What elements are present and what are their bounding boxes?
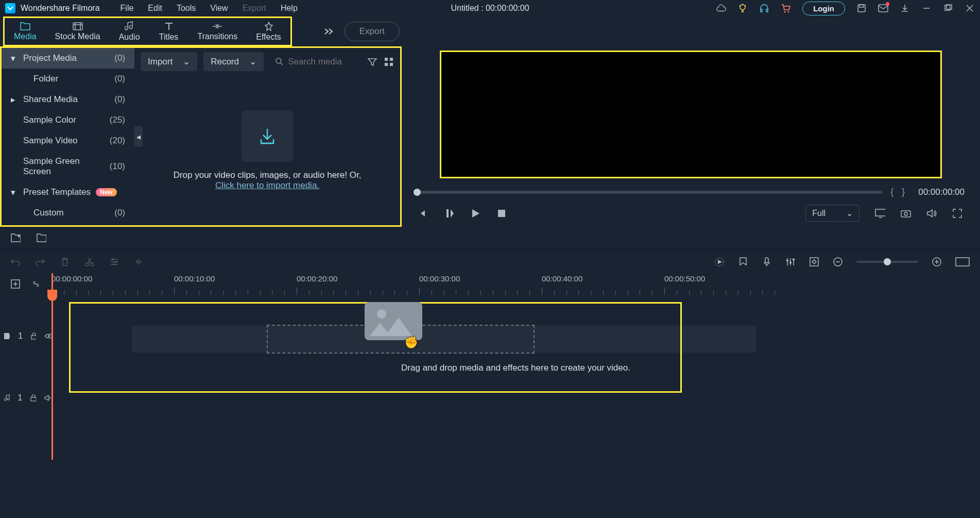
menu-tools[interactable]: Tools bbox=[177, 4, 196, 13]
sidebar-item-label: Preset Templates bbox=[23, 187, 91, 197]
svg-rect-16 bbox=[875, 209, 885, 216]
menu-edit[interactable]: Edit bbox=[148, 4, 162, 13]
mark-out-icon[interactable]: } bbox=[902, 187, 905, 197]
delete-icon[interactable] bbox=[60, 257, 70, 267]
ruler-label: 00:00:30:00 bbox=[419, 274, 460, 283]
zoom-slider[interactable] bbox=[856, 261, 918, 263]
preview-quality-select[interactable]: Full ⌄ bbox=[805, 205, 859, 222]
adjust-icon[interactable] bbox=[109, 257, 119, 267]
play-icon[interactable] bbox=[471, 208, 481, 219]
sidebar-item-shared-media[interactable]: ▸ Shared Media (0) bbox=[2, 89, 134, 110]
close-icon[interactable] bbox=[965, 3, 975, 13]
audio-edit-icon[interactable] bbox=[134, 257, 144, 267]
media-drop-zone[interactable]: Drop your video clips, images, or audio … bbox=[134, 75, 400, 225]
step-back-icon[interactable] bbox=[419, 208, 429, 219]
headset-icon[interactable] bbox=[759, 3, 769, 13]
mark-in-icon[interactable]: { bbox=[890, 187, 893, 197]
folder-icon[interactable] bbox=[36, 233, 46, 243]
timeline-ruler[interactable]: 00:00:00:0000:00:10:0000:00:20:0000:00:3… bbox=[51, 273, 980, 295]
sidebar-item-label: Sample Color bbox=[23, 115, 76, 125]
tab-transitions-label: Transitions bbox=[198, 32, 238, 41]
track-manager-icon[interactable] bbox=[10, 279, 21, 289]
cart-icon[interactable] bbox=[781, 3, 791, 13]
snapshot-icon[interactable] bbox=[901, 208, 911, 219]
preview-scrubber[interactable] bbox=[417, 191, 882, 194]
lock-icon[interactable] bbox=[31, 332, 36, 340]
audio-track-header[interactable]: 1 bbox=[0, 393, 51, 403]
collapse-sidebar-icon[interactable]: ◂ bbox=[134, 126, 143, 147]
render-icon[interactable] bbox=[714, 257, 725, 267]
sidebar-item-custom[interactable]: Custom (0) bbox=[2, 203, 134, 223]
sidebar-item-sample-color[interactable]: Sample Color (25) bbox=[2, 110, 134, 130]
eye-icon[interactable] bbox=[44, 333, 51, 339]
zoom-out-icon[interactable] bbox=[833, 257, 843, 267]
zoom-fit-icon[interactable] bbox=[955, 257, 970, 266]
tab-media-label: Media bbox=[14, 32, 37, 41]
tracks-body[interactable]: ✊ Drag and drop media and effects here t… bbox=[51, 295, 980, 439]
tab-transitions[interactable]: Transitions bbox=[188, 18, 247, 45]
keyframe-icon[interactable] bbox=[809, 257, 819, 267]
link-icon[interactable] bbox=[31, 279, 41, 289]
play-pause-icon[interactable] bbox=[445, 208, 455, 219]
search-media[interactable] bbox=[270, 53, 361, 71]
download-icon[interactable] bbox=[900, 3, 910, 13]
grid-view-icon[interactable] bbox=[384, 57, 394, 67]
minimize-icon[interactable] bbox=[921, 3, 932, 13]
menu-file[interactable]: File bbox=[121, 4, 134, 13]
menu-view[interactable]: View bbox=[210, 4, 228, 13]
filter-icon[interactable] bbox=[367, 57, 377, 67]
voiceover-icon[interactable] bbox=[762, 257, 772, 267]
audio-track-icon bbox=[4, 394, 10, 402]
volume-icon[interactable] bbox=[926, 208, 937, 219]
menu-export: Export bbox=[243, 4, 266, 13]
import-link[interactable]: Click here to import media. bbox=[215, 180, 319, 190]
login-button[interactable]: Login bbox=[802, 2, 845, 15]
more-tabs-icon[interactable] bbox=[323, 26, 333, 37]
sidebar-item-preset-templates[interactable]: ▾ Preset Templates New bbox=[2, 182, 134, 203]
fullscreen-icon[interactable] bbox=[952, 208, 962, 219]
new-folder-icon[interactable] bbox=[10, 233, 21, 243]
sidebar-item-project-media[interactable]: ▾ Project Media (0) bbox=[2, 48, 134, 69]
undo-icon[interactable] bbox=[10, 257, 21, 267]
sidebar-item-sample-video[interactable]: Sample Video (20) bbox=[2, 130, 134, 151]
svg-point-0 bbox=[740, 5, 745, 10]
sidebar-item-label: Custom bbox=[33, 208, 64, 218]
tab-effects[interactable]: Effects bbox=[247, 18, 290, 45]
record-dropdown[interactable]: Record ⌄ bbox=[203, 52, 264, 71]
save-icon[interactable] bbox=[856, 3, 867, 13]
sidebar-item-label: Sample Video bbox=[23, 136, 78, 146]
video-track-header[interactable]: 1 bbox=[0, 331, 51, 341]
tab-titles[interactable]: Titles bbox=[149, 18, 188, 45]
redo-icon[interactable] bbox=[35, 257, 45, 267]
export-button[interactable]: Export bbox=[345, 22, 400, 41]
workspace-tabs: Media Stock Media Audio Titles Transitio… bbox=[3, 16, 292, 46]
lock-icon[interactable] bbox=[30, 394, 36, 402]
svg-rect-15 bbox=[498, 210, 505, 217]
tab-media[interactable]: Media bbox=[5, 18, 46, 45]
lightbulb-icon[interactable] bbox=[737, 3, 748, 13]
scrubber-thumb[interactable] bbox=[414, 189, 421, 196]
stop-icon[interactable] bbox=[496, 208, 507, 219]
search-input[interactable] bbox=[288, 57, 356, 67]
mail-icon[interactable] bbox=[878, 3, 888, 13]
maximize-icon[interactable] bbox=[943, 3, 953, 13]
marker-icon[interactable] bbox=[738, 257, 748, 267]
display-icon[interactable] bbox=[875, 208, 885, 219]
split-icon[interactable] bbox=[84, 257, 95, 267]
tab-audio[interactable]: Audio bbox=[110, 18, 149, 45]
import-dropdown[interactable]: Import ⌄ bbox=[141, 52, 197, 71]
sidebar-item-folder[interactable]: Folder (0) bbox=[2, 69, 134, 89]
menu-help[interactable]: Help bbox=[281, 4, 298, 13]
audio-track-num: 1 bbox=[18, 393, 23, 403]
svg-rect-34 bbox=[31, 336, 36, 339]
svg-rect-3 bbox=[858, 5, 865, 12]
audio-mixer-icon[interactable] bbox=[785, 257, 796, 267]
speaker-icon[interactable] bbox=[44, 394, 51, 402]
zoom-thumb[interactable] bbox=[884, 258, 891, 265]
preview-screen[interactable] bbox=[440, 51, 942, 178]
svg-point-2 bbox=[788, 11, 789, 13]
cloud-icon[interactable] bbox=[716, 3, 726, 13]
zoom-in-icon[interactable] bbox=[932, 257, 942, 267]
tab-stock-media[interactable]: Stock Media bbox=[46, 18, 110, 45]
sidebar-item-sample-green-screen[interactable]: Sample Green Screen (10) bbox=[2, 151, 134, 182]
